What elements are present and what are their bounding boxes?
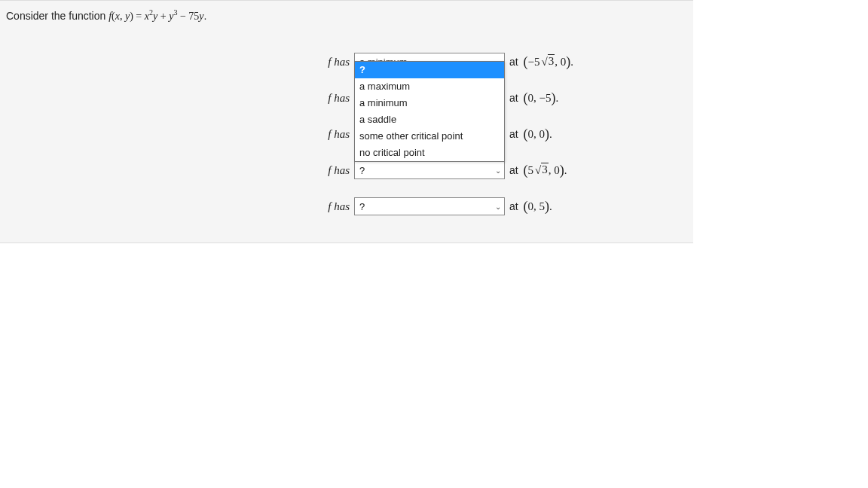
answer-row: f has a minimum ⌄ at (−53, 0). ? a maxim…	[321, 44, 687, 80]
row-label: f has	[321, 128, 354, 141]
chevron-down-icon: ⌄	[495, 166, 501, 175]
stem-prefix: Consider the function	[6, 10, 108, 22]
critical-type-select[interactable]: ? ⌄	[354, 161, 505, 179]
dropdown-option[interactable]: a minimum	[355, 95, 504, 111]
answer-row: f has ? ⌄ at (0, 5).	[321, 188, 687, 224]
dropdown-option[interactable]: ?	[355, 62, 504, 78]
problem-stem: Consider the function f(x, y) = x2y + y3…	[6, 10, 687, 23]
stem-function: f(x, y) = x2y + y3 − 75y	[108, 11, 203, 22]
select-value: ?	[359, 201, 365, 212]
critical-type-select[interactable]: ? ⌄	[354, 197, 505, 215]
row-label: f has	[321, 56, 354, 69]
select-wrap: ? ⌄	[354, 161, 505, 179]
stem-suffix: .	[204, 10, 207, 22]
row-label: f has	[321, 92, 354, 105]
dropdown-option[interactable]: no critical point	[355, 145, 504, 161]
problem-panel: Consider the function f(x, y) = x2y + y3…	[0, 0, 693, 243]
row-point: at (0, 5).	[505, 199, 552, 215]
row-point: at (−53, 0).	[505, 54, 573, 70]
answer-rows: f has a minimum ⌄ at (−53, 0). ? a maxim…	[321, 44, 687, 224]
row-label: f has	[321, 200, 354, 213]
row-label: f has	[321, 164, 354, 177]
select-wrap: ? ⌄	[354, 197, 505, 215]
dropdown-option[interactable]: some other critical point	[355, 128, 504, 145]
dropdown-option[interactable]: a saddle	[355, 111, 504, 128]
row-point: at (0, 0).	[505, 127, 552, 142]
select-value: ?	[359, 165, 365, 176]
dropdown-list: ? a maximum a minimum a saddle some othe…	[354, 61, 505, 162]
dropdown-option[interactable]: a maximum	[355, 78, 504, 95]
row-point: at (0, −5).	[505, 90, 558, 106]
chevron-down-icon: ⌄	[495, 203, 501, 211]
row-point: at (53, 0).	[505, 163, 567, 178]
